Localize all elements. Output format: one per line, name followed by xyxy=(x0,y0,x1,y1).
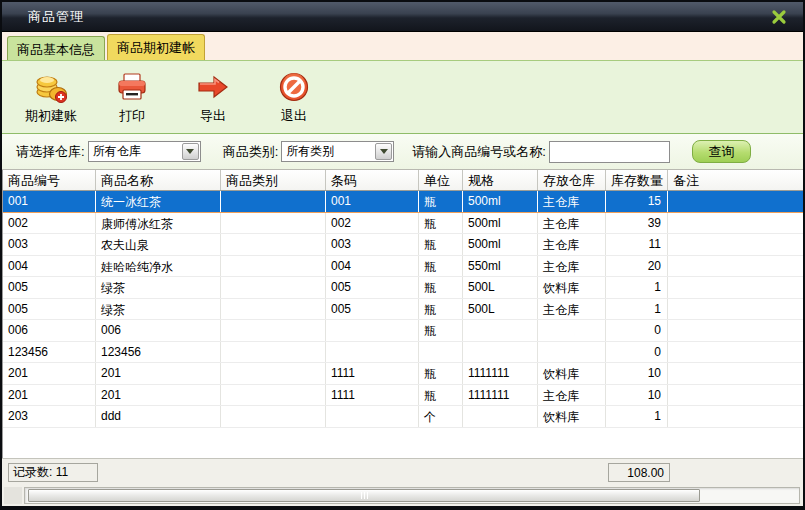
table-row[interactable]: 2012011111瓶1111111主仓库10 xyxy=(3,385,803,407)
table-cell: 20 xyxy=(606,256,668,277)
record-count-text: 记录数: 11 xyxy=(13,464,68,481)
column-header[interactable]: 商品编号 xyxy=(3,170,96,190)
table-row[interactable]: 004娃哈哈纯净水004瓶550ml主仓库20 xyxy=(3,256,803,278)
coins-plus-icon xyxy=(34,70,68,104)
table-cell: 123456 xyxy=(96,342,221,363)
table-row[interactable]: 006006瓶0 xyxy=(3,320,803,342)
exit-icon xyxy=(277,70,311,104)
table-row[interactable]: 1234561234560 xyxy=(3,342,803,364)
table-cell xyxy=(668,320,803,341)
printer-icon xyxy=(115,70,149,104)
table-cell: 500L xyxy=(463,299,538,320)
table-cell: 1 xyxy=(606,299,668,320)
table-cell: 娃哈哈纯净水 xyxy=(96,256,221,277)
category-select[interactable]: 所有类别 xyxy=(281,141,394,162)
toolbar-button-label: 导出 xyxy=(200,107,226,125)
table-cell: 006 xyxy=(3,320,96,341)
grip-icon xyxy=(367,492,368,499)
close-icon[interactable] xyxy=(771,9,787,25)
table-cell: 1 xyxy=(606,277,668,298)
table-cell: 005 xyxy=(326,277,419,298)
table-row[interactable]: 003农夫山泉003瓶500ml主仓库11 xyxy=(3,234,803,256)
table-cell: 203 xyxy=(3,406,96,427)
total-value-box: 108.00 xyxy=(608,463,670,482)
table-cell: 瓶 xyxy=(419,234,463,255)
table-cell: 饮料库 xyxy=(538,277,606,298)
table-cell: 500ml xyxy=(463,234,538,255)
export-button[interactable]: 导出 xyxy=(177,66,249,128)
grip-icon xyxy=(361,492,362,499)
table-cell: 瓶 xyxy=(419,363,463,384)
table-cell: 主仓库 xyxy=(538,385,606,406)
table-row[interactable]: 005绿茶005瓶500L主仓库1 xyxy=(3,299,803,321)
grid-header-row: 商品编号商品名称商品类别条码单位规格存放仓库库存数量备注 xyxy=(3,170,803,191)
table-cell: 瓶 xyxy=(419,299,463,320)
chevron-down-icon[interactable] xyxy=(182,143,199,160)
table-cell: 个 xyxy=(419,406,463,427)
table-row[interactable]: 001统一冰红茶001瓶500ml主仓库15 xyxy=(3,191,803,213)
table-cell xyxy=(668,385,803,406)
tab-product-basic-info[interactable]: 商品基本信息 xyxy=(7,36,105,60)
table-cell: 003 xyxy=(3,234,96,255)
table-row[interactable]: 002康师傅冰红茶002瓶500ml主仓库39 xyxy=(3,213,803,235)
category-label: 商品类别: xyxy=(223,143,279,161)
table-cell: 201 xyxy=(96,385,221,406)
table-cell: 10 xyxy=(606,385,668,406)
column-header[interactable]: 规格 xyxy=(463,170,538,190)
column-header[interactable]: 备注 xyxy=(668,170,803,190)
table-row[interactable]: 203ddd个饮料库1 xyxy=(3,406,803,428)
search-input[interactable] xyxy=(549,141,670,163)
table-cell: 11 xyxy=(606,234,668,255)
record-count-box: 记录数: 11 xyxy=(8,463,98,482)
table-cell: 39 xyxy=(606,213,668,234)
table-cell: 饮料库 xyxy=(538,406,606,427)
warehouse-selected-value: 所有仓库 xyxy=(89,143,141,160)
table-cell: 500ml xyxy=(463,191,538,212)
exit-button[interactable]: 退出 xyxy=(258,66,330,128)
table-cell xyxy=(668,342,803,363)
table-cell xyxy=(538,342,606,363)
warehouse-label: 请选择仓库: xyxy=(16,143,85,161)
table-cell: 农夫山泉 xyxy=(96,234,221,255)
search-label: 请输入商品编号或名称: xyxy=(412,143,546,161)
table-cell: 1111111 xyxy=(463,385,538,406)
table-row[interactable]: 005绿茶005瓶500L饮料库1 xyxy=(3,277,803,299)
column-header[interactable]: 存放仓库 xyxy=(538,170,606,190)
column-header[interactable]: 商品类别 xyxy=(221,170,326,190)
table-cell xyxy=(538,320,606,341)
column-header[interactable]: 单位 xyxy=(419,170,463,190)
table-cell: 550ml xyxy=(463,256,538,277)
scrollbar-track[interactable] xyxy=(24,487,800,504)
column-header[interactable]: 库存数量 xyxy=(606,170,668,190)
table-cell: 瓶 xyxy=(419,213,463,234)
initial-setup-button[interactable]: 期初建账 xyxy=(15,66,87,128)
scrollbar-corner xyxy=(4,487,22,504)
table-cell: 201 xyxy=(96,363,221,384)
table-cell xyxy=(668,363,803,384)
table-cell: 005 xyxy=(3,299,96,320)
print-button[interactable]: 打印 xyxy=(96,66,168,128)
query-button[interactable]: 查询 xyxy=(692,140,751,163)
table-cell: 15 xyxy=(606,191,668,212)
total-value-text: 108.00 xyxy=(627,466,664,480)
table-cell xyxy=(668,234,803,255)
table-cell: 主仓库 xyxy=(538,191,606,212)
table-cell: 主仓库 xyxy=(538,299,606,320)
table-cell: 201 xyxy=(3,363,96,384)
column-header[interactable]: 商品名称 xyxy=(96,170,221,190)
table-cell xyxy=(326,406,419,427)
chevron-down-icon[interactable] xyxy=(375,143,392,160)
table-row[interactable]: 2012011111瓶1111111饮料库10 xyxy=(3,363,803,385)
scrollbar-thumb[interactable] xyxy=(28,489,700,502)
table-cell: 主仓库 xyxy=(538,256,606,277)
table-cell: ddd xyxy=(96,406,221,427)
tab-product-initial-setup[interactable]: 商品期初建帐 xyxy=(107,34,205,60)
table-cell xyxy=(463,342,538,363)
horizontal-scrollbar xyxy=(2,484,803,506)
table-cell: 瓶 xyxy=(419,191,463,212)
warehouse-select[interactable]: 所有仓库 xyxy=(88,141,201,162)
table-cell: 002 xyxy=(3,213,96,234)
table-cell: 005 xyxy=(3,277,96,298)
column-header[interactable]: 条码 xyxy=(326,170,419,190)
table-cell xyxy=(221,234,326,255)
